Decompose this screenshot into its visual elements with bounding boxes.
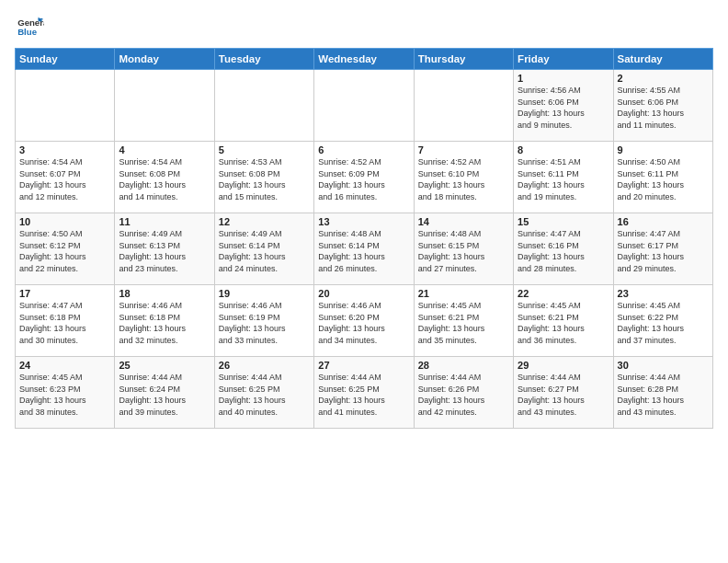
calendar-cell	[414, 70, 513, 142]
day-info: Sunrise: 4:55 AM Sunset: 6:06 PM Dayligh…	[618, 85, 709, 131]
day-info: Sunrise: 4:44 AM Sunset: 6:28 PM Dayligh…	[618, 372, 709, 418]
svg-rect-4	[39, 18, 43, 20]
day-number: 12	[219, 216, 310, 227]
day-number: 8	[518, 144, 609, 155]
calendar-cell: 22Sunrise: 4:45 AM Sunset: 6:21 PM Dayli…	[514, 285, 613, 357]
calendar-cell: 5Sunrise: 4:53 AM Sunset: 6:08 PM Daylig…	[214, 142, 313, 213]
calendar-cell	[314, 70, 414, 142]
day-info: Sunrise: 4:47 AM Sunset: 6:16 PM Dayligh…	[518, 228, 609, 274]
day-info: Sunrise: 4:45 AM Sunset: 6:22 PM Dayligh…	[618, 300, 709, 346]
day-number: 29	[518, 360, 609, 371]
day-info: Sunrise: 4:47 AM Sunset: 6:18 PM Dayligh…	[19, 300, 110, 346]
calendar-cell: 25Sunrise: 4:44 AM Sunset: 6:24 PM Dayli…	[115, 357, 214, 429]
calendar-cell: 12Sunrise: 4:49 AM Sunset: 6:14 PM Dayli…	[214, 213, 313, 285]
day-number: 20	[318, 288, 409, 299]
day-header-thursday: Thursday	[414, 49, 513, 70]
day-number: 2	[618, 73, 709, 84]
calendar-cell	[16, 70, 115, 142]
day-info: Sunrise: 4:49 AM Sunset: 6:13 PM Dayligh…	[119, 228, 210, 274]
day-header-wednesday: Wednesday	[314, 49, 414, 70]
day-number: 3	[19, 144, 110, 155]
day-header-tuesday: Tuesday	[214, 49, 313, 70]
day-info: Sunrise: 4:56 AM Sunset: 6:06 PM Dayligh…	[518, 85, 609, 131]
calendar-cell: 11Sunrise: 4:49 AM Sunset: 6:13 PM Dayli…	[115, 213, 214, 285]
day-header-friday: Friday	[514, 49, 613, 70]
day-info: Sunrise: 4:45 AM Sunset: 6:21 PM Dayligh…	[518, 300, 609, 346]
logo: General Blue	[15, 11, 48, 40]
day-info: Sunrise: 4:44 AM Sunset: 6:25 PM Dayligh…	[219, 372, 310, 418]
calendar-cell: 20Sunrise: 4:46 AM Sunset: 6:20 PM Dayli…	[314, 285, 414, 357]
calendar-cell: 2Sunrise: 4:55 AM Sunset: 6:06 PM Daylig…	[613, 70, 712, 142]
svg-text:Blue: Blue	[17, 27, 37, 37]
calendar-cell: 29Sunrise: 4:44 AM Sunset: 6:27 PM Dayli…	[514, 357, 613, 429]
day-header-monday: Monday	[115, 49, 214, 70]
logo-icon: General Blue	[15, 11, 44, 40]
calendar-week-row: 17Sunrise: 4:47 AM Sunset: 6:18 PM Dayli…	[16, 285, 713, 357]
day-info: Sunrise: 4:44 AM Sunset: 6:26 PM Dayligh…	[418, 372, 509, 418]
day-number: 25	[119, 360, 210, 371]
day-info: Sunrise: 4:46 AM Sunset: 6:18 PM Dayligh…	[119, 300, 210, 346]
page: General Blue SundayMondayTuesdayWednesda…	[0, 0, 728, 436]
day-info: Sunrise: 4:46 AM Sunset: 6:19 PM Dayligh…	[219, 300, 310, 346]
day-number: 7	[418, 144, 509, 155]
calendar-cell: 9Sunrise: 4:50 AM Sunset: 6:11 PM Daylig…	[613, 142, 712, 213]
calendar-cell: 24Sunrise: 4:45 AM Sunset: 6:23 PM Dayli…	[16, 357, 115, 429]
day-number: 4	[119, 144, 210, 155]
calendar-cell: 16Sunrise: 4:47 AM Sunset: 6:17 PM Dayli…	[613, 213, 712, 285]
day-number: 9	[618, 144, 709, 155]
day-number: 22	[518, 288, 609, 299]
day-info: Sunrise: 4:53 AM Sunset: 6:08 PM Dayligh…	[219, 156, 310, 202]
calendar-cell: 13Sunrise: 4:48 AM Sunset: 6:14 PM Dayli…	[314, 213, 414, 285]
calendar-cell: 8Sunrise: 4:51 AM Sunset: 6:11 PM Daylig…	[514, 142, 613, 213]
day-number: 5	[219, 144, 310, 155]
day-number: 21	[418, 288, 509, 299]
day-info: Sunrise: 4:51 AM Sunset: 6:11 PM Dayligh…	[518, 156, 609, 202]
calendar-week-row: 10Sunrise: 4:50 AM Sunset: 6:12 PM Dayli…	[16, 213, 713, 285]
day-number: 26	[219, 360, 310, 371]
day-info: Sunrise: 4:54 AM Sunset: 6:07 PM Dayligh…	[19, 156, 110, 202]
calendar-cell: 27Sunrise: 4:44 AM Sunset: 6:25 PM Dayli…	[314, 357, 414, 429]
day-number: 28	[418, 360, 509, 371]
calendar-cell: 1Sunrise: 4:56 AM Sunset: 6:06 PM Daylig…	[514, 70, 613, 142]
calendar-cell: 3Sunrise: 4:54 AM Sunset: 6:07 PM Daylig…	[16, 142, 115, 213]
calendar-cell: 23Sunrise: 4:45 AM Sunset: 6:22 PM Dayli…	[613, 285, 712, 357]
calendar-cell: 30Sunrise: 4:44 AM Sunset: 6:28 PM Dayli…	[613, 357, 712, 429]
day-number: 16	[618, 216, 709, 227]
calendar-cell: 26Sunrise: 4:44 AM Sunset: 6:25 PM Dayli…	[214, 357, 313, 429]
day-number: 15	[518, 216, 609, 227]
day-info: Sunrise: 4:50 AM Sunset: 6:11 PM Dayligh…	[618, 156, 709, 202]
day-info: Sunrise: 4:52 AM Sunset: 6:09 PM Dayligh…	[318, 156, 409, 202]
day-number: 10	[19, 216, 110, 227]
day-number: 13	[318, 216, 409, 227]
day-info: Sunrise: 4:48 AM Sunset: 6:15 PM Dayligh…	[418, 228, 509, 274]
calendar-cell: 6Sunrise: 4:52 AM Sunset: 6:09 PM Daylig…	[314, 142, 414, 213]
day-number: 27	[318, 360, 409, 371]
day-info: Sunrise: 4:47 AM Sunset: 6:17 PM Dayligh…	[618, 228, 709, 274]
calendar-cell: 18Sunrise: 4:46 AM Sunset: 6:18 PM Dayli…	[115, 285, 214, 357]
day-info: Sunrise: 4:44 AM Sunset: 6:27 PM Dayligh…	[518, 372, 609, 418]
calendar-week-row: 1Sunrise: 4:56 AM Sunset: 6:06 PM Daylig…	[16, 70, 713, 142]
calendar-week-row: 24Sunrise: 4:45 AM Sunset: 6:23 PM Dayli…	[16, 357, 713, 429]
day-number: 18	[119, 288, 210, 299]
day-number: 17	[19, 288, 110, 299]
calendar-cell: 21Sunrise: 4:45 AM Sunset: 6:21 PM Dayli…	[414, 285, 513, 357]
calendar-cell: 15Sunrise: 4:47 AM Sunset: 6:16 PM Dayli…	[514, 213, 613, 285]
calendar-week-row: 3Sunrise: 4:54 AM Sunset: 6:07 PM Daylig…	[16, 142, 713, 213]
calendar-cell	[115, 70, 214, 142]
day-info: Sunrise: 4:49 AM Sunset: 6:14 PM Dayligh…	[219, 228, 310, 274]
calendar-cell: 4Sunrise: 4:54 AM Sunset: 6:08 PM Daylig…	[115, 142, 214, 213]
day-number: 14	[418, 216, 509, 227]
day-number: 30	[618, 360, 709, 371]
day-info: Sunrise: 4:44 AM Sunset: 6:24 PM Dayligh…	[119, 372, 210, 418]
day-info: Sunrise: 4:52 AM Sunset: 6:10 PM Dayligh…	[418, 156, 509, 202]
calendar-cell: 10Sunrise: 4:50 AM Sunset: 6:12 PM Dayli…	[16, 213, 115, 285]
day-number: 6	[318, 144, 409, 155]
day-info: Sunrise: 4:46 AM Sunset: 6:20 PM Dayligh…	[318, 300, 409, 346]
day-info: Sunrise: 4:44 AM Sunset: 6:25 PM Dayligh…	[318, 372, 409, 418]
day-number: 19	[219, 288, 310, 299]
day-info: Sunrise: 4:45 AM Sunset: 6:23 PM Dayligh…	[19, 372, 110, 418]
calendar-header-row: SundayMondayTuesdayWednesdayThursdayFrid…	[16, 49, 713, 70]
day-header-saturday: Saturday	[613, 49, 712, 70]
day-header-sunday: Sunday	[16, 49, 115, 70]
calendar-cell	[214, 70, 313, 142]
